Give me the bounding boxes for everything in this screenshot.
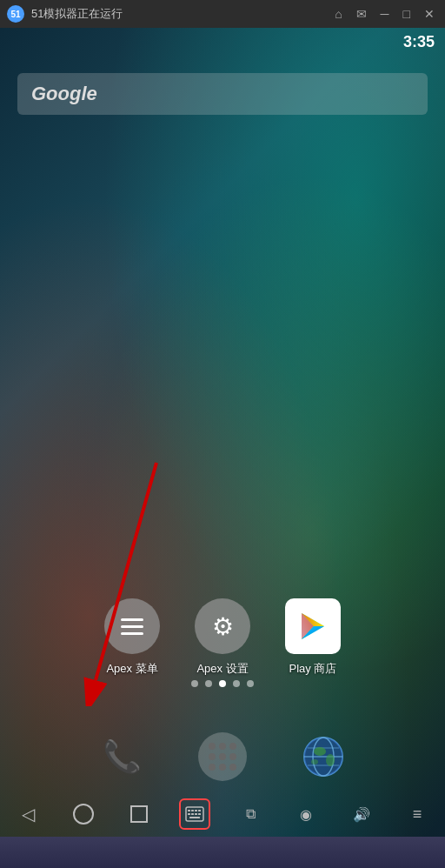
apex-settings-icon-circle[interactable]: ⚙ — [195, 598, 250, 654]
dot-4 — [233, 680, 240, 687]
play-store-icon-box[interactable] — [285, 598, 341, 654]
svg-rect-21 — [191, 813, 194, 815]
status-bar-time: 3:35 — [393, 28, 445, 57]
window-controls: ⌂ ✉ ─ □ ✕ — [331, 5, 438, 23]
apex-menu-icon-circle[interactable] — [104, 598, 160, 654]
google-search-bar[interactable]: Google — [17, 73, 428, 115]
nav-volume-button[interactable]: 🔊 — [346, 798, 377, 830]
play-store-label: Play 商店 — [289, 661, 337, 677]
menu-dots-icon: ≡ — [413, 805, 422, 824]
android-screen: 3:35 Google Apex 菜单 — [0, 28, 445, 868]
home-icon[interactable]: ⌂ — [331, 5, 345, 23]
nav-recents-button[interactable] — [123, 798, 155, 830]
google-logo: Google — [31, 83, 97, 105]
svg-point-12 — [314, 747, 326, 756]
app-icon-play-store[interactable]: Play 商店 — [285, 598, 341, 677]
hamburger-icon — [121, 618, 143, 635]
homescreen-app-icons: Apex 菜单 ⚙ Apex 设置 — [0, 598, 445, 677]
app-icon-apex-menu[interactable]: Apex 菜单 — [104, 598, 160, 677]
svg-rect-18 — [195, 810, 197, 811]
svg-rect-23 — [198, 813, 201, 815]
gear-icon: ⚙ — [212, 612, 234, 641]
volume-icon: 🔊 — [353, 806, 370, 823]
minimize-button[interactable]: ─ — [377, 5, 393, 23]
close-button[interactable]: ✕ — [421, 5, 438, 23]
svg-rect-24 — [189, 817, 200, 818]
title-bar: 51 51模拟器正在运行 ⌂ ✉ ─ □ ✕ — [0, 0, 445, 28]
svg-point-14 — [311, 759, 318, 765]
nav-multiwindow-button[interactable]: ⧉ — [235, 798, 266, 830]
maximize-button[interactable]: □ — [400, 5, 414, 23]
dock-all-apps[interactable] — [198, 732, 247, 781]
android-nav-bar: ◁ ⧉ — [0, 791, 445, 837]
dot-5 — [247, 680, 254, 687]
nav-home-button[interactable] — [68, 798, 99, 830]
apex-menu-label: Apex 菜单 — [106, 661, 157, 677]
windows-taskbar — [0, 837, 445, 868]
home-circle-icon — [73, 804, 94, 825]
bottom-dock: 📞 — [0, 732, 445, 781]
dock-phone[interactable]: 📞 — [97, 732, 146, 781]
eye-icon: ◉ — [300, 806, 312, 823]
page-indicator-dots — [0, 680, 445, 687]
phone-icon: 📞 — [103, 738, 142, 775]
svg-rect-22 — [195, 813, 197, 815]
dot-2 — [205, 680, 212, 687]
app-icon: 51 — [7, 5, 24, 23]
email-icon[interactable]: ✉ — [353, 5, 370, 23]
app-icon-apex-settings[interactable]: ⚙ Apex 设置 — [195, 598, 250, 677]
dock-browser[interactable] — [299, 732, 348, 781]
globe-icon — [301, 734, 346, 779]
nav-keyboard-button[interactable] — [179, 798, 210, 830]
nav-eye-button[interactable]: ◉ — [290, 798, 322, 830]
apex-settings-label: Apex 设置 — [196, 661, 248, 677]
apps-grid-icon — [209, 743, 236, 771]
dot-1 — [191, 680, 198, 687]
svg-rect-17 — [191, 810, 194, 811]
dot-3 — [219, 680, 226, 687]
keyboard-icon — [185, 806, 204, 822]
nav-menu-button[interactable]: ≡ — [402, 798, 433, 830]
back-icon: ◁ — [22, 804, 35, 825]
svg-rect-16 — [188, 810, 190, 811]
svg-rect-20 — [188, 813, 190, 815]
svg-rect-19 — [198, 810, 201, 811]
window-title: 51模拟器正在运行 — [31, 6, 331, 22]
svg-point-13 — [326, 754, 335, 766]
play-store-svg — [296, 610, 329, 643]
recents-square-icon — [130, 805, 148, 823]
nav-back-button[interactable]: ◁ — [12, 798, 43, 830]
multiwindow-icon: ⧉ — [246, 806, 256, 822]
app-icon-text: 51 — [10, 10, 20, 19]
